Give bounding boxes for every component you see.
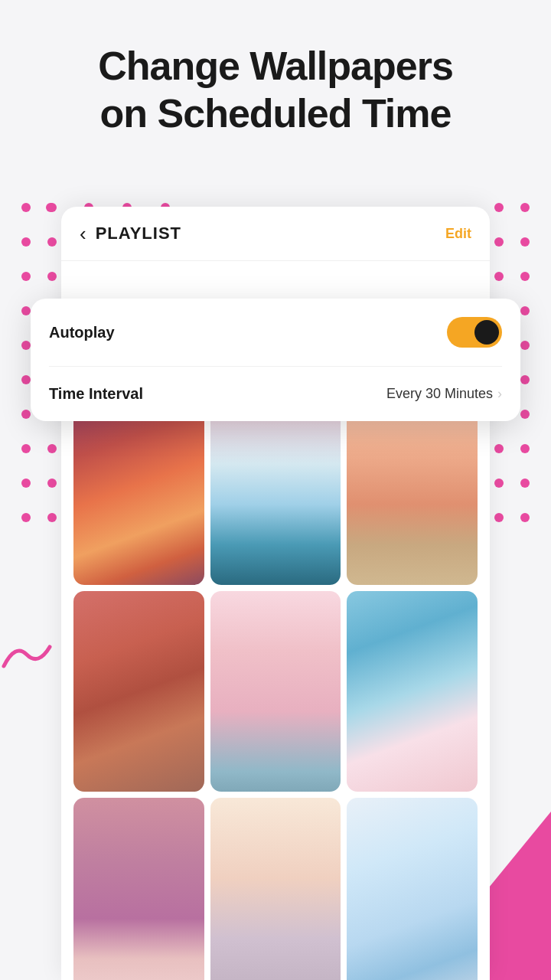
playlist-title: PLAYLIST bbox=[96, 224, 445, 243]
back-button[interactable]: ‹ bbox=[80, 224, 86, 243]
autoplay-toggle[interactable] bbox=[447, 317, 502, 348]
autoplay-label: Autoplay bbox=[49, 324, 115, 341]
time-interval-text: Every 30 Minutes bbox=[386, 386, 493, 402]
time-interval-row[interactable]: Time Interval Every 30 Minutes › bbox=[49, 367, 502, 421]
wave-decoration bbox=[0, 635, 54, 677]
autoplay-row: Autoplay bbox=[49, 299, 502, 367]
gallery-item[interactable] bbox=[347, 591, 478, 792]
gallery-item[interactable] bbox=[73, 591, 204, 792]
gallery-item[interactable] bbox=[210, 591, 341, 792]
chevron-right-icon: › bbox=[497, 386, 502, 402]
time-interval-value-container[interactable]: Every 30 Minutes › bbox=[386, 386, 502, 402]
settings-card: Autoplay Time Interval Every 30 Minutes … bbox=[31, 299, 520, 421]
header: Change Wallpapers on Scheduled Time bbox=[0, 0, 551, 161]
gallery-item[interactable] bbox=[73, 798, 204, 980]
gallery-item[interactable] bbox=[210, 798, 341, 980]
edit-button[interactable]: Edit bbox=[445, 226, 471, 242]
page-title: Change Wallpapers on Scheduled Time bbox=[46, 42, 505, 138]
toggle-knob bbox=[474, 320, 499, 345]
gallery-item[interactable] bbox=[347, 798, 478, 980]
playlist-header: ‹ PLAYLIST Edit bbox=[61, 207, 490, 261]
time-interval-label: Time Interval bbox=[49, 385, 143, 403]
